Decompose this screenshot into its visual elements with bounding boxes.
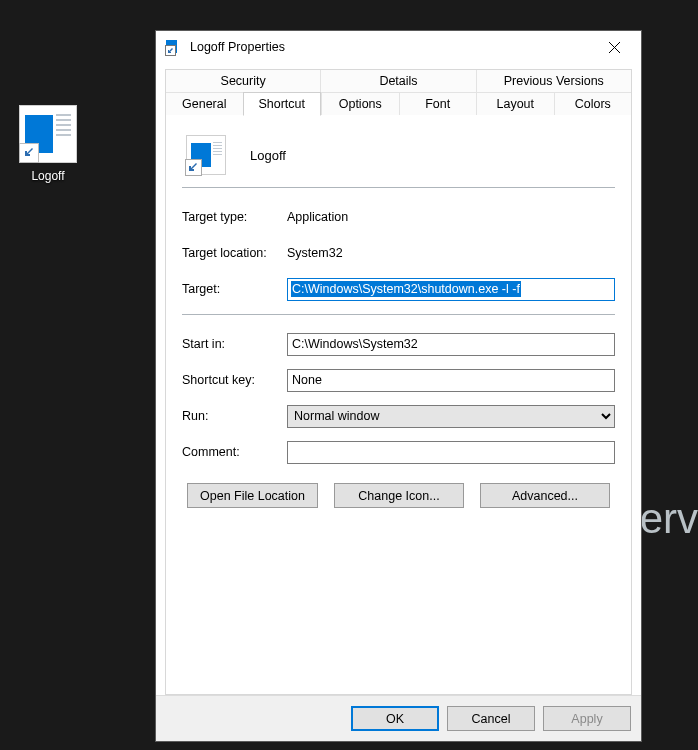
target-field[interactable]: C:\Windows\System32\shutdown.exe -l -f — [287, 278, 615, 301]
change-icon-button[interactable]: Change Icon... — [334, 483, 464, 508]
dialog-title: Logoff Properties — [190, 40, 596, 54]
comment-label: Comment: — [182, 445, 287, 459]
target-location-label: Target location: — [182, 246, 287, 260]
tab-options[interactable]: Options — [321, 93, 399, 115]
ok-button[interactable]: OK — [351, 706, 439, 731]
titlebar-shortcut-icon — [166, 39, 182, 55]
tab-previous-versions[interactable]: Previous Versions — [476, 70, 631, 93]
shortcut-icon — [19, 105, 77, 163]
desktop: Serv Logoff Logoff Properties — [0, 0, 698, 750]
target-type-label: Target type: — [182, 210, 287, 224]
open-file-location-button[interactable]: Open File Location — [187, 483, 318, 508]
close-button[interactable] — [596, 33, 632, 61]
tab-layout[interactable]: Layout — [476, 93, 554, 115]
titlebar[interactable]: Logoff Properties — [156, 31, 641, 63]
tab-general[interactable]: General — [166, 93, 243, 115]
target-label: Target: — [182, 282, 287, 296]
dialog-footer: OK Cancel Apply — [156, 695, 641, 741]
advanced-button[interactable]: Advanced... — [480, 483, 610, 508]
shortcut-pane: Logoff Target type: Application Target l… — [166, 115, 631, 694]
run-select[interactable]: Normal window — [287, 405, 615, 428]
target-location-value: System32 — [287, 246, 343, 260]
shortcutkey-label: Shortcut key: — [182, 373, 287, 387]
cancel-button[interactable]: Cancel — [447, 706, 535, 731]
shortcut-name: Logoff — [250, 148, 286, 163]
tab-colors[interactable]: Colors — [554, 93, 632, 115]
comment-field[interactable] — [287, 441, 615, 464]
desktop-shortcut-label: Logoff — [14, 169, 82, 183]
tab-details[interactable]: Details — [320, 70, 475, 93]
close-icon — [609, 42, 620, 53]
tab-security[interactable]: Security — [166, 70, 320, 93]
shortcut-arrow-icon — [19, 143, 39, 163]
tab-container: Security Details Previous Versions Gener… — [165, 69, 632, 695]
shortcutkey-field[interactable] — [287, 369, 615, 392]
startin-field[interactable] — [287, 333, 615, 356]
apply-button[interactable]: Apply — [543, 706, 631, 731]
run-label: Run: — [182, 409, 287, 423]
desktop-shortcut-logoff[interactable]: Logoff — [14, 105, 82, 183]
target-type-value: Application — [287, 210, 348, 224]
properties-dialog: Logoff Properties Security Details Previ… — [155, 30, 642, 742]
shortcut-large-icon — [186, 135, 226, 175]
startin-label: Start in: — [182, 337, 287, 351]
tab-font[interactable]: Font — [399, 93, 477, 115]
tab-shortcut[interactable]: Shortcut — [243, 92, 322, 116]
